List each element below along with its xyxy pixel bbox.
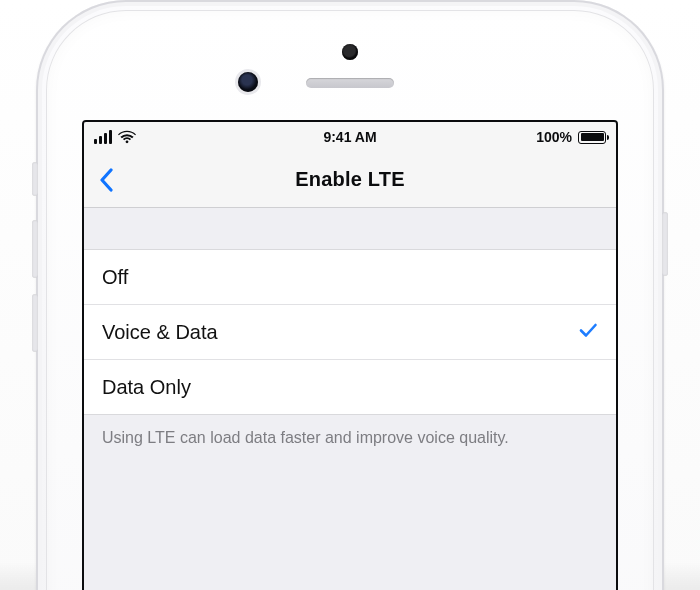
power-button <box>662 212 668 276</box>
navigation-bar: Enable LTE <box>84 152 616 208</box>
section-header-gap <box>84 208 616 250</box>
option-data-only-label: Data Only <box>102 376 191 399</box>
option-voice-and-data-label: Voice & Data <box>102 321 218 344</box>
option-voice-and-data[interactable]: Voice & Data <box>84 305 616 360</box>
cellular-signal-icon <box>94 130 112 144</box>
screen: 9:41 AM 100% Enable LTE <box>82 120 618 590</box>
battery-icon <box>578 131 606 144</box>
chevron-left-icon <box>98 168 114 192</box>
checkmark-icon <box>578 320 598 345</box>
volume-down-button <box>32 294 38 352</box>
back-button[interactable] <box>84 158 128 202</box>
content-background <box>84 449 616 590</box>
page-title: Enable LTE <box>84 168 616 191</box>
wifi-icon <box>118 130 136 144</box>
volume-up-button <box>32 220 38 278</box>
earpiece-speaker <box>306 78 394 88</box>
status-bar: 9:41 AM 100% <box>84 122 616 152</box>
device-mockup: 9:41 AM 100% Enable LTE <box>0 0 700 590</box>
mute-switch <box>32 162 38 196</box>
iphone-body: 9:41 AM 100% Enable LTE <box>36 0 664 590</box>
front-camera <box>238 72 258 92</box>
option-off[interactable]: Off <box>84 250 616 305</box>
iphone-bezel: 9:41 AM 100% Enable LTE <box>46 10 654 590</box>
option-data-only[interactable]: Data Only <box>84 360 616 415</box>
footer-description: Using LTE can load data faster and impro… <box>84 415 616 449</box>
battery-percent: 100% <box>536 129 572 145</box>
lte-options-list: Off Voice & Data Data Only <box>84 250 616 415</box>
proximity-sensor <box>342 44 358 60</box>
option-off-label: Off <box>102 266 128 289</box>
